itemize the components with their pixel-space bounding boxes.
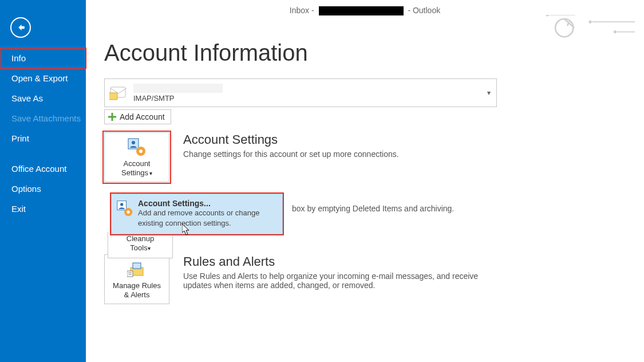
rules-heading: Rules and Alerts — [183, 254, 504, 269]
titlebar-suffix: - Outlook — [408, 6, 440, 15]
account-type: IMAP/SMTP — [133, 94, 487, 103]
svg-point-23 — [127, 211, 130, 214]
account-gear-icon — [116, 200, 133, 217]
add-account-button[interactable]: Add Account — [104, 109, 171, 124]
cleanup-desc-fragment: box by emptying Deleted Items and archiv… — [292, 204, 454, 213]
flyout-desc: Add and remove accounts or change existi… — [138, 208, 276, 228]
svg-point-5 — [614, 30, 617, 33]
add-account-label: Add Account — [120, 112, 165, 121]
account-address-redacted — [133, 84, 223, 93]
sidebar-item-office-account[interactable]: Office Account — [0, 159, 86, 179]
sidebar-item-print[interactable]: Print — [0, 128, 86, 148]
svg-rect-16 — [133, 263, 141, 269]
arrow-left-icon — [15, 22, 26, 33]
sidebar-item-options[interactable]: Options — [0, 179, 86, 199]
backstage-sidebar: Info Open & Export Save As Save Attachme… — [0, 0, 86, 362]
svg-point-0 — [555, 19, 573, 37]
cleanup-tile-fragment[interactable]: Cleanup Tools▾ — [108, 232, 173, 258]
back-button[interactable] — [10, 17, 31, 38]
redacted-email — [319, 6, 404, 15]
svg-rect-8 — [109, 93, 117, 100]
sidebar-item-exit[interactable]: Exit — [0, 199, 86, 219]
svg-rect-10 — [108, 116, 116, 118]
svg-point-3 — [588, 21, 591, 23]
account-settings-menu-item[interactable]: Account Settings... Add and remove accou… — [111, 194, 283, 234]
account-gear-icon — [127, 137, 147, 157]
manage-rules-tile[interactable]: Manage Rules & Alerts — [104, 254, 169, 304]
mail-icon — [107, 81, 130, 104]
page-title: Account Information — [104, 40, 633, 66]
svg-rect-17 — [127, 271, 133, 277]
account-settings-desc: Change settings for this account or set … — [183, 149, 399, 159]
plus-icon — [108, 113, 116, 121]
svg-point-12 — [132, 141, 135, 144]
titlebar-prefix: Inbox - — [290, 6, 317, 15]
svg-point-21 — [120, 203, 123, 206]
chevron-down-icon: ▾ — [487, 89, 491, 97]
sidebar-item-open-export[interactable]: Open & Export — [0, 68, 86, 88]
sidebar-item-save-as[interactable]: Save As — [0, 88, 86, 108]
svg-point-1 — [546, 15, 549, 17]
window-controls-decor — [539, 15, 642, 38]
sidebar-item-info[interactable]: Info — [0, 48, 86, 68]
svg-point-14 — [139, 149, 143, 153]
rules-icon — [127, 259, 147, 279]
account-settings-heading: Account Settings — [183, 132, 399, 147]
rules-desc: Use Rules and Alerts to help organize yo… — [183, 272, 504, 290]
sidebar-item-save-attachments: Save Attachments — [0, 108, 86, 128]
flyout-title: Account Settings... — [138, 199, 276, 208]
account-dropdown[interactable]: IMAP/SMTP ▾ — [104, 78, 497, 107]
account-settings-tile[interactable]: Account Settings▾ — [104, 132, 169, 182]
